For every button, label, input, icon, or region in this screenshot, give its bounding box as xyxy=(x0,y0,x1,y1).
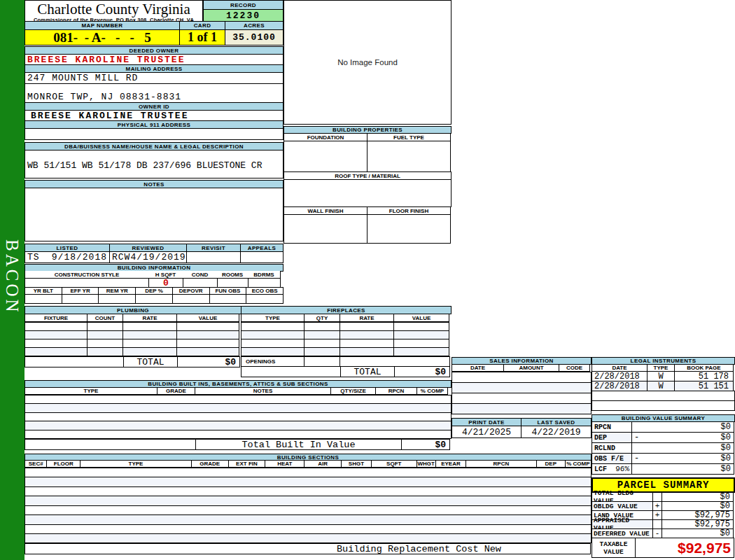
legal-instruments-table: DATE TYPE BOOK PAGE 2/28/2018 W 51 178 2… xyxy=(592,364,735,411)
floor-finish-value xyxy=(367,214,451,244)
plumbing-col-value: VALUE xyxy=(176,314,239,322)
sections-col-whgt: WHGT xyxy=(416,460,436,468)
parcel-row-obldg: OBLDG VALUE + $0 xyxy=(592,501,735,511)
fireplaces-col-value: VALUE xyxy=(393,314,449,322)
built-ins-col-qty-size: QTY/SIZE xyxy=(330,387,376,395)
sections-col-sec: SEC# xyxy=(24,460,47,468)
reviewed-by: RCW xyxy=(112,252,130,262)
sales-col-code: CODE xyxy=(559,364,590,372)
mailing-line2: MONROE TWP, NJ 08831-8831 xyxy=(24,91,284,103)
sections-col-type: TYPE xyxy=(80,460,191,468)
construction-style-value xyxy=(24,278,149,288)
listed-date: 9/18/2018 xyxy=(52,252,107,262)
acres-value: 35.0100 xyxy=(225,29,284,46)
county-header: Charlotte County Virginia Commissioner o… xyxy=(24,0,203,22)
plumbing-total-value: $0 xyxy=(177,356,240,368)
bvs-row-lcf: LCF96% $0 xyxy=(592,463,735,475)
sections-col-comp: % COMP xyxy=(565,460,592,468)
bvs-row-rpcn: RPCN $0 xyxy=(592,421,735,433)
physical-911-address-value xyxy=(24,128,284,140)
print-date-value: 4/21/2025 xyxy=(451,426,522,438)
taxable-value-amount: $92,975 xyxy=(635,538,734,558)
parcel-summary-table: TOTAL BLDG VALUE $0 OBLDG VALUE + $0 LAN… xyxy=(592,492,735,558)
sections-col-shgt: SHGT xyxy=(341,460,372,468)
sales-information-table: DATE AMOUNT CODE xyxy=(451,364,592,414)
parcel-row-appraised: APPRAISED VALUE $92,975 xyxy=(592,519,735,529)
building-information-table: CONSTRUCTION STYLE H SQFT COND ROOMS BDR… xyxy=(24,271,284,304)
card-value: 1 of 1 xyxy=(179,29,225,46)
sidebar: BACON xyxy=(0,0,24,560)
sections-col-heat: HEAT xyxy=(265,460,304,468)
sections-col-eyear: EYEAR xyxy=(435,460,466,468)
dba-box: WB 51/151 WB 51/178 DB 237/696 BLUESTONE… xyxy=(24,150,284,178)
record-label: RECORD xyxy=(203,0,284,10)
bvs-row-dep: DEP -$0 xyxy=(592,432,735,443)
plumbing-col-fixture: FIXTURE xyxy=(24,314,88,322)
h-sqft-value: 0 xyxy=(148,278,183,288)
listed-by: TS xyxy=(27,252,40,262)
built-ins-total-value: $0 xyxy=(401,439,450,450)
fireplaces-openings-label: OPENINGS xyxy=(241,356,304,367)
wall-finish-value xyxy=(284,214,368,244)
fireplaces-col-qty: QTY xyxy=(304,314,340,322)
built-ins-table: TYPE GRADE NOTES QTY/SIZE RPCN % COMP To… xyxy=(24,387,451,450)
appeals-value xyxy=(240,251,284,263)
built-ins-col-grade: GRADE xyxy=(157,387,195,395)
cond-value xyxy=(183,278,218,288)
roof-type-value xyxy=(284,179,451,207)
sections-col-air: AIR xyxy=(304,460,342,468)
reviewed-date: 4/19/2019 xyxy=(130,252,186,262)
sections-col-sqft: SQFT xyxy=(371,460,417,468)
taxable-value-label: TAXABLE VALUE xyxy=(592,538,636,558)
foundation-value xyxy=(284,141,368,172)
legal-instrument-row: 2/28/2018 W 51 151 xyxy=(592,381,735,391)
sections-col-floor: FLOOR xyxy=(46,460,80,468)
rooms-value xyxy=(217,278,248,288)
mailing-line1: 247 MOUNTS MILL RD xyxy=(24,72,284,84)
sales-col-amount: AMOUNT xyxy=(503,364,559,372)
fireplaces-col-type: TYPE xyxy=(241,314,304,322)
no-image-text: No Image Found xyxy=(284,58,451,66)
record-value: 12230 xyxy=(203,9,284,22)
parcel-row-deferred: DEFERRED VALUE - $0 xyxy=(592,528,735,538)
listed-value: TS 9/18/2018 xyxy=(24,251,110,263)
fuel-type-value xyxy=(367,141,451,172)
notes-box xyxy=(24,188,284,241)
fireplaces-total-value: $0 xyxy=(394,366,450,377)
built-ins-col-notes: NOTES xyxy=(195,387,331,395)
sections-col-rpcn: RPCN xyxy=(465,460,537,468)
sales-col-date: DATE xyxy=(451,364,504,372)
sections-col-extfin: EXT FIN xyxy=(228,460,266,468)
bvs-row-rclnd: RCLND $0 xyxy=(592,442,735,454)
sidebar-district-label: BACON xyxy=(2,239,22,315)
sections-col-dep: DEP xyxy=(536,460,566,468)
last-saved-value: 4/22/2019 xyxy=(521,426,592,438)
parcel-row-total-bldg: TOTAL BLDG VALUE $0 xyxy=(592,492,735,502)
revisit-value xyxy=(186,251,241,263)
dba-value: WB 51/151 WB 51/178 DB 237/696 BLUESTONE… xyxy=(25,160,283,171)
bvs-row-obs: OBS F/E -$0 xyxy=(592,453,735,464)
plumbing-col-rate: RATE xyxy=(122,314,177,322)
map-number-value: 081- - A- - - 5 xyxy=(24,29,180,46)
property-record-card: BACON Charlotte County Virginia Commissi… xyxy=(0,0,735,560)
plumbing-total-label: TOTAL xyxy=(123,356,178,368)
plumbing-table: FIXTURE COUNT RATE VALUE TOTAL $0 xyxy=(24,314,241,368)
building-sections-table: SEC# FLOOR TYPE GRADE EXT FIN HEAT AIR S… xyxy=(24,460,592,554)
fireplaces-col-rate: RATE xyxy=(340,314,394,322)
legal-instrument-row: 2/28/2018 W 51 178 xyxy=(592,371,735,382)
building-properties-table: FOUNDATION FUEL TYPE ROOF TYPE / MATERIA… xyxy=(284,133,451,244)
fireplaces-table: TYPE QTY RATE VALUE OPENINGS TOTAL $0 xyxy=(241,314,451,377)
sections-col-grade: GRADE xyxy=(191,460,229,468)
built-ins-col-type: TYPE xyxy=(24,387,158,395)
bdrms-value xyxy=(248,278,281,288)
building-replacement-footer: Building Replacement Cost New xyxy=(248,543,591,554)
plumbing-col-count: COUNT xyxy=(87,314,123,322)
building-value-summary-table: RPCN $0 DEP -$0 RCLND $0 OBS F/E -$0 LCF… xyxy=(592,421,735,475)
fireplaces-openings-qty xyxy=(304,356,340,367)
owner-id-value: BREESE KAROLINE TRUSTEE xyxy=(24,110,284,121)
reviewed-value: RCW 4/19/2019 xyxy=(109,251,187,263)
parcel-row-taxable: TAXABLE VALUE $92,975 xyxy=(592,538,735,558)
deeded-owner-value: BREESE KAROLINE TRUSTEE xyxy=(24,54,284,65)
built-ins-col-comp: % COMP xyxy=(416,387,448,395)
image-panel: No Image Found xyxy=(284,0,451,125)
